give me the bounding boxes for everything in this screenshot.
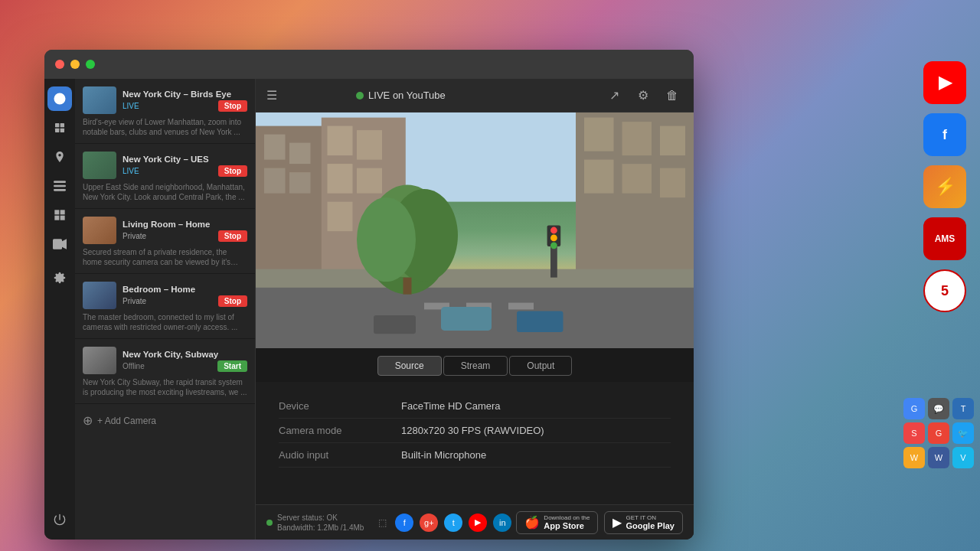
camera-mode-value: 980x551 30 FPS (RAWVIDEO) — [401, 425, 544, 436]
mini-icon-v[interactable]: V — [952, 447, 974, 468]
delete-icon[interactable]: 🗑 — [662, 85, 683, 106]
youtube-desktop-icon[interactable]: ▶ — [923, 61, 966, 104]
close-button[interactable] — [55, 60, 64, 69]
camera-item-4-header: Bedroom – Home Private Stop — [83, 282, 247, 309]
svg-rect-44 — [403, 278, 412, 295]
minimize-button[interactable] — [70, 60, 80, 69]
social-googleplus[interactable]: g+ — [420, 514, 438, 532]
tab-output[interactable]: Output — [509, 356, 572, 376]
camera-status-3: Private — [122, 232, 146, 240]
main-content: ☰ LIVE on YouTube ↗ ⚙ 🗑 — [256, 79, 694, 540]
device-label: Device — [279, 400, 401, 412]
camera-status-4: Private — [122, 297, 146, 305]
camera-status-5: Offline — [122, 362, 145, 370]
svg-rect-29 — [622, 122, 652, 155]
camera-list: New York City – Birds Eye LIVE Stop Bird… — [75, 79, 256, 540]
social-linkedin[interactable]: in — [493, 514, 511, 532]
camera-item-5[interactable]: New York City, Subway Offline Start New … — [75, 339, 255, 404]
audio-input-label: Audio input — [279, 449, 401, 461]
social-twitter[interactable]: t — [444, 514, 462, 532]
camera-stop-button-4[interactable]: Stop — [218, 295, 247, 307]
camera-stop-button-1[interactable]: Stop — [218, 100, 247, 112]
sidebar-item-power[interactable] — [47, 507, 72, 532]
camera-status-2: LIVE — [122, 167, 139, 175]
mini-icon-s[interactable]: S — [903, 422, 925, 444]
mini-icon-t[interactable]: T — [952, 398, 974, 419]
tab-source[interactable]: Source — [377, 356, 442, 376]
live-dot — [356, 92, 364, 99]
svg-rect-25 — [357, 168, 382, 194]
sidebar-item-video[interactable] — [47, 232, 72, 256]
social-facebook[interactable]: f — [395, 514, 413, 532]
tab-stream[interactable]: Stream — [443, 356, 508, 376]
camera-name-1: New York City – Birds Eye — [122, 90, 247, 99]
camera-item-4[interactable]: Bedroom – Home Private Stop The master b… — [75, 274, 255, 339]
camera-thumb-5 — [83, 347, 116, 374]
camera-stop-button-3[interactable]: Stop — [218, 230, 247, 242]
google-play-button[interactable]: ▶ GET IT ON Google Play — [604, 511, 683, 534]
window-body: New York City – Birds Eye LIVE Stop Bird… — [44, 79, 694, 540]
camera-desc-5: New York City Subway, the rapid transit … — [83, 377, 247, 397]
sidebar-item-list[interactable] — [47, 174, 72, 198]
settings-icon[interactable]: ⚙ — [632, 85, 654, 106]
footer: Server status: OK Bandwidth: 1.2Mb /1.4M… — [256, 504, 694, 540]
thunder-desktop-icon[interactable]: ⚡ — [923, 165, 966, 208]
svg-rect-39 — [256, 269, 694, 288]
svg-rect-7 — [54, 185, 66, 187]
camera-info-3: Living Room – Home Private Stop — [122, 220, 247, 242]
svg-rect-12 — [60, 216, 65, 220]
svg-rect-23 — [357, 130, 382, 160]
camera-status-1: LIVE — [122, 102, 139, 110]
svg-rect-47 — [374, 315, 416, 334]
svg-rect-11 — [54, 216, 59, 220]
google-play-text: GET IT ON Google Play — [626, 515, 675, 530]
mini-icon-tw[interactable]: 🐦 — [952, 422, 974, 444]
mini-icon-g2[interactable]: G — [928, 422, 949, 444]
menu-icon[interactable]: ☰ — [266, 88, 277, 103]
camera-start-button-5[interactable]: Start — [217, 360, 247, 372]
main-window: New York City – Birds Eye LIVE Stop Bird… — [44, 50, 694, 540]
facebook-desktop-icon[interactable]: f — [923, 113, 966, 156]
camera-item-2[interactable]: New York City – UES LIVE Stop Upper East… — [75, 144, 255, 209]
svg-rect-3 — [60, 123, 64, 127]
social-youtube[interactable]: ▶ — [469, 514, 487, 532]
footer-social: f g+ t ▶ in — [395, 514, 511, 532]
sidebar-item-grid[interactable] — [47, 203, 72, 227]
camera-status-row-3: Private Stop — [122, 230, 247, 242]
camera-info-5: New York City, Subway Offline Start — [122, 350, 247, 372]
video-frame — [256, 112, 694, 348]
mini-icon-wp[interactable]: W — [903, 447, 925, 468]
sidebar-item-library[interactable] — [47, 116, 72, 140]
sidebar-item-home[interactable] — [47, 86, 72, 111]
title-bar — [44, 50, 694, 79]
footer-apps: 🍎 Download on the App Store ▶ GET IT ON … — [516, 511, 683, 534]
mini-icon-chat[interactable]: 💬 — [928, 398, 949, 419]
tab-bar: Source Stream Output — [256, 348, 694, 382]
svg-rect-4 — [55, 129, 59, 132]
add-camera-button[interactable]: ⊕ + Add Camera — [75, 404, 255, 437]
app-store-button[interactable]: 🍎 Download on the App Store — [516, 511, 598, 534]
top-bar-actions: ↗ ⚙ 🗑 — [603, 85, 683, 106]
camera-stop-button-2[interactable]: Stop — [218, 165, 247, 177]
maximize-button[interactable] — [86, 60, 95, 69]
mini-icon-wp2[interactable]: W — [928, 447, 949, 468]
svg-rect-2 — [55, 123, 59, 127]
camera-mode-label: Camera mode — [279, 425, 401, 436]
desktop-icons: ▶ f ⚡ AMS 5 — [923, 61, 966, 312]
ams-desktop-icon[interactable]: AMS — [923, 217, 966, 260]
channel5-desktop-icon[interactable]: 5 — [923, 269, 966, 312]
camera-desc-1: Bird's-eye view of Lower Manhattan, zoom… — [83, 117, 247, 137]
sidebar-item-settings[interactable] — [47, 266, 72, 290]
svg-rect-18 — [289, 143, 311, 165]
audio-input-value: Built-in Microphone — [401, 449, 486, 461]
camera-item-3[interactable]: Living Room – Home Private Stop Secured … — [75, 209, 255, 274]
google-play-small-label: GET IT ON — [626, 515, 675, 521]
share-icon[interactable]: ↗ — [603, 85, 625, 106]
svg-point-52 — [550, 242, 557, 249]
sidebar-item-location[interactable] — [47, 145, 72, 169]
camera-item-1[interactable]: New York City – Birds Eye LIVE Stop Bird… — [75, 79, 255, 144]
svg-rect-13 — [53, 239, 62, 249]
detail-row-camera-mode: Camera mode 980x551 30 FPS (RAWVIDEO) — [279, 419, 671, 443]
svg-rect-26 — [328, 202, 353, 232]
mini-icon-g[interactable]: G — [903, 398, 925, 419]
